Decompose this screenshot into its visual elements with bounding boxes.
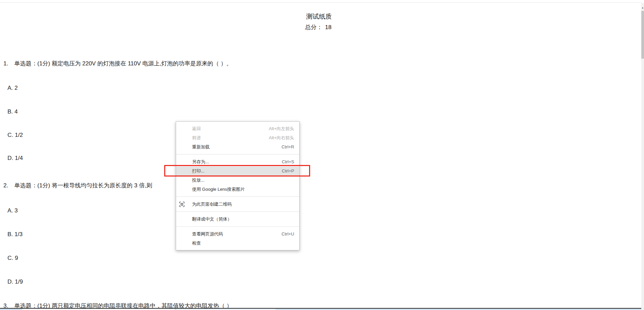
menu-separator <box>176 154 299 154</box>
total-score-line: 总分：18 <box>0 23 637 31</box>
menu-separator <box>176 226 299 227</box>
q1-option-c: C. 1/2 <box>7 132 23 139</box>
menu-item-label: 投放... <box>192 177 205 183</box>
vertical-scrollbar[interactable]: ▲ <box>641 3 644 310</box>
total-score-label: 总分： <box>305 24 322 30</box>
context-menu-item-google-lens[interactable]: 使用 Google Lens搜索图片 <box>176 185 299 194</box>
q2-option-c: C. 9 <box>7 255 18 262</box>
q2-option-d: D. 1/9 <box>7 278 23 285</box>
context-menu-item-reload[interactable]: 重新加载Ctrl+R <box>176 142 299 151</box>
question-1: 1.单选题：(1分)额定电压为 220V 的灯泡接在 110V 电源上,灯泡的功… <box>3 60 232 67</box>
question-number: 2. <box>3 182 14 189</box>
question-type-label: 单选题： <box>14 60 37 67</box>
print-highlight-annotation-box <box>164 165 310 177</box>
question-score: (1分) <box>37 182 50 189</box>
question-type-label: 单选题： <box>14 182 37 189</box>
page-title: 测试纸质 <box>0 12 638 21</box>
scrollbar-thumb[interactable] <box>641 11 644 59</box>
question-number: 1. <box>3 60 14 67</box>
menu-item-shortcut: Ctrl+U <box>275 231 294 236</box>
menu-item-shortcut: Alt+向左箭头 <box>262 126 294 132</box>
q1-option-b: B. 4 <box>7 108 18 115</box>
question-text: 额定电压为 220V 的灯泡接在 110V 电源上,灯泡的功率是原来的（ ）。 <box>52 60 232 67</box>
menu-item-label: 为此页面创建二维码 <box>192 201 232 207</box>
question-2: 2.单选题：(1分)将一根导线均匀拉长为原长度的 3 倍,则 <box>3 182 152 189</box>
page: { "page": { "title": "测试纸质", "total_scor… <box>0 0 644 310</box>
qr-code-icon <box>179 202 185 207</box>
context-menu-item-cast[interactable]: 投放... <box>176 175 299 185</box>
taskbar-segment <box>176 309 276 310</box>
context-menu-item-inspect[interactable]: 检查 <box>176 239 299 248</box>
q2-option-b: B. 1/3 <box>7 231 22 238</box>
menu-item-label: 翻译成中文（简体） <box>192 216 232 222</box>
scrollbar-up-arrow-icon[interactable]: ▲ <box>641 5 644 10</box>
question-text: 将一根导线均匀拉长为原长度的 3 倍,则 <box>52 182 152 189</box>
top-divider-line <box>0 2 641 3</box>
menu-item-label: 返回 <box>192 126 201 132</box>
context-menu-item-create-qr-code[interactable]: 为此页面创建二维码 <box>176 200 299 209</box>
q1-option-a: A. 2 <box>7 85 18 91</box>
menu-item-label: 重新加载 <box>192 144 210 150</box>
menu-separator <box>176 211 299 212</box>
menu-item-label: 检查 <box>192 240 201 246</box>
menu-item-label: 查看网页源代码 <box>192 231 223 237</box>
context-menu-item-back[interactable]: 返回Alt+向左箭头 <box>176 124 299 133</box>
menu-item-shortcut: Alt+向右箭头 <box>262 135 294 141</box>
q1-option-d: D. 1/4 <box>7 155 23 162</box>
question-score: (1分) <box>37 60 50 67</box>
q2-option-a: A. 3 <box>7 207 18 214</box>
menu-separator <box>176 197 299 197</box>
menu-item-shortcut: Ctrl+R <box>275 144 294 149</box>
menu-item-label: 前进 <box>192 135 201 141</box>
taskbar-sliver <box>0 309 644 310</box>
total-score-value: 18 <box>325 24 332 30</box>
context-menu-item-view-source[interactable]: 查看网页源代码Ctrl+U <box>176 229 299 239</box>
menu-item-label: 另存为... <box>192 159 209 165</box>
context-menu-item-translate[interactable]: 翻译成中文（简体） <box>176 214 299 224</box>
browser-context-menu: 返回Alt+向左箭头 前进Alt+向右箭头 重新加载Ctrl+R 另存为...C… <box>176 121 300 250</box>
menu-item-label: 使用 Google Lens搜索图片 <box>192 186 245 192</box>
taskbar-segment <box>22 309 175 310</box>
menu-item-shortcut: Ctrl+S <box>275 159 294 164</box>
context-menu-item-forward[interactable]: 前进Alt+向右箭头 <box>176 133 299 142</box>
